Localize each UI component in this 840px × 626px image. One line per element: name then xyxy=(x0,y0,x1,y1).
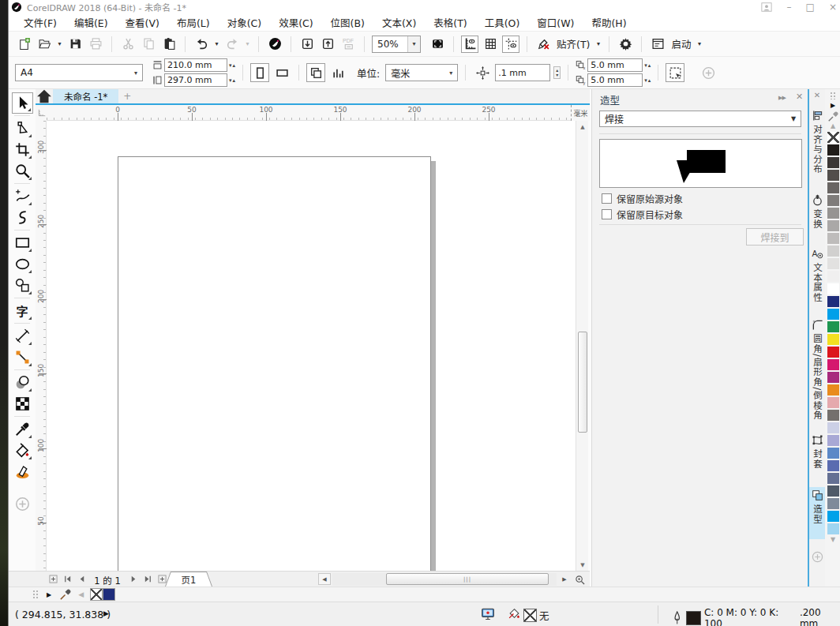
color-swatch[interactable] xyxy=(827,295,840,308)
zoom-tool[interactable] xyxy=(12,160,33,182)
new-document-button[interactable] xyxy=(15,36,32,53)
menu-item-文本X[interactable]: 文本(X) xyxy=(373,15,425,30)
close-button[interactable]: × xyxy=(829,0,837,14)
launch-icon[interactable] xyxy=(649,36,666,53)
menu-item-窗口W[interactable]: 窗口(W) xyxy=(528,15,583,30)
show-grid-toggle[interactable] xyxy=(482,36,499,53)
save-button[interactable] xyxy=(66,36,84,53)
treat-as-filled-toggle[interactable] xyxy=(666,63,684,82)
add-docker-icon[interactable] xyxy=(809,551,825,563)
menu-item-对象C[interactable]: 对象(C) xyxy=(219,15,270,30)
show-rulers-toggle[interactable] xyxy=(461,36,478,53)
color-swatch[interactable] xyxy=(827,219,840,232)
snap-menu-label[interactable]: 贴齐(T) xyxy=(557,36,590,51)
color-swatch[interactable] xyxy=(827,257,840,270)
document-tab-active[interactable]: 未命名 -1* xyxy=(53,89,118,103)
last-page-button[interactable] xyxy=(141,573,154,585)
snap-dropdown-caret[interactable]: ▾ xyxy=(594,40,602,47)
outline-pen-icon[interactable] xyxy=(672,611,683,625)
units-caret[interactable]: ▾ xyxy=(444,65,457,81)
duplicate-y-spinner[interactable]: ▾▴ xyxy=(644,77,651,84)
menu-item-查看V[interactable]: 查看(V) xyxy=(117,15,168,30)
dimension-tool[interactable] xyxy=(12,325,33,347)
page-width-spinner[interactable]: ▾▴ xyxy=(229,62,235,69)
connector-tool[interactable] xyxy=(12,347,33,368)
duplicate-y-input[interactable]: 5.0 mm xyxy=(587,73,643,87)
scroll-down-button[interactable]: ▼ xyxy=(576,559,589,571)
page-size-combo[interactable]: A4 ▾ xyxy=(15,64,143,81)
statusbar-flyout-icon[interactable]: ▶ xyxy=(103,609,109,617)
color-swatch[interactable] xyxy=(827,320,840,333)
home-icon[interactable] xyxy=(36,89,53,103)
first-page-button[interactable] xyxy=(61,573,73,585)
open-dropdown-caret[interactable]: ▾ xyxy=(56,40,63,47)
hscroll-right-button[interactable]: ▶ xyxy=(558,573,571,585)
weld-to-button[interactable]: 焊接到 xyxy=(746,228,804,246)
search-content-icon[interactable] xyxy=(266,36,283,53)
docker-tab-1[interactable]: 对齐与分布 xyxy=(809,107,825,188)
interactive-fill-tool[interactable] xyxy=(12,440,33,461)
page-tab[interactable]: 页1 xyxy=(165,572,212,587)
menu-item-位图B[interactable]: 位图(B) xyxy=(322,15,373,30)
palette-flyout-icon[interactable]: ▶ xyxy=(47,591,51,598)
document-color-settings-icon[interactable] xyxy=(481,607,495,621)
page-tab-label[interactable]: 页1 xyxy=(166,572,212,587)
menu-item-表格T[interactable]: 表格(T) xyxy=(425,15,475,30)
color-swatch[interactable] xyxy=(827,459,840,472)
color-swatch[interactable] xyxy=(827,384,840,396)
color-swatch[interactable] xyxy=(827,333,840,346)
docker-tab-5[interactable]: 封套 xyxy=(809,432,825,484)
color-swatch[interactable] xyxy=(827,182,840,194)
new-document-tab-button[interactable]: + xyxy=(118,89,136,103)
color-swatch[interactable] xyxy=(827,270,840,283)
color-swatch[interactable] xyxy=(827,283,840,295)
eyedropper-tool[interactable] xyxy=(12,418,33,440)
doc-color-swatch[interactable] xyxy=(103,588,115,601)
horizontal-ruler[interactable]: 050100150200250 xyxy=(47,105,571,121)
document-navigator-icon[interactable] xyxy=(572,573,587,586)
page-size-caret[interactable]: ▾ xyxy=(129,65,142,81)
all-pages-button[interactable] xyxy=(306,63,325,82)
scroll-up-button[interactable]: ▲ xyxy=(576,121,589,133)
color-swatch[interactable] xyxy=(827,207,840,219)
polygon-tool[interactable] xyxy=(12,275,33,296)
doc-color-swatch-none[interactable] xyxy=(90,588,103,601)
docker-tab-6[interactable]: 造型 xyxy=(809,487,825,539)
color-swatch[interactable] xyxy=(827,396,840,409)
color-swatch[interactable] xyxy=(827,156,840,169)
keep-target-checkbox[interactable] xyxy=(602,209,612,219)
color-swatch[interactable] xyxy=(827,308,840,320)
docker-tab-3[interactable]: A文本属性 xyxy=(809,246,825,313)
ruler-origin-icon[interactable] xyxy=(36,105,47,121)
palette-drag-handle[interactable] xyxy=(32,590,39,599)
nudge-spinner[interactable]: ▴▾ xyxy=(553,66,561,79)
crop-tool[interactable] xyxy=(12,139,33,160)
menu-item-文件F[interactable]: 文件(F) xyxy=(15,15,66,30)
hscroll-left-button[interactable]: ◀ xyxy=(318,573,331,585)
ellipse-tool[interactable] xyxy=(12,253,33,275)
page-width-input[interactable]: 210.0 mm xyxy=(164,58,227,72)
palette-drag-handle[interactable] xyxy=(830,92,836,99)
text-tool[interactable]: 字 xyxy=(12,300,33,321)
page-height-spinner[interactable]: ▾▴ xyxy=(229,77,235,84)
color-swatch[interactable] xyxy=(827,144,840,156)
add-page-before-button[interactable] xyxy=(47,573,59,585)
show-guidelines-toggle[interactable] xyxy=(502,36,519,53)
nudge-distance-input[interactable]: .1 mm xyxy=(495,64,550,81)
zoom-level-combo[interactable]: 50% ▾ xyxy=(372,36,421,53)
duplicate-x-spinner[interactable]: ▾▴ xyxy=(644,62,651,69)
livesketch-tool[interactable] xyxy=(12,207,33,228)
docker-tab-4[interactable]: 圆角/扇形角/倒棱角 xyxy=(809,317,825,429)
color-swatch[interactable] xyxy=(827,510,840,523)
zoom-dropdown-caret[interactable]: ▾ xyxy=(407,36,420,52)
color-swatch[interactable] xyxy=(827,346,840,358)
color-swatch[interactable] xyxy=(827,472,840,485)
palette-eyedropper-icon[interactable] xyxy=(59,589,71,601)
units-combo[interactable]: 毫米 ▾ xyxy=(385,64,458,81)
landscape-orientation-button[interactable] xyxy=(272,63,291,82)
drop-shadow-tool[interactable] xyxy=(12,372,33,393)
duplicate-x-input[interactable]: 5.0 mm xyxy=(587,58,643,72)
open-button[interactable] xyxy=(36,36,53,53)
portrait-orientation-button[interactable] xyxy=(250,63,269,82)
shape-tool[interactable] xyxy=(12,118,33,139)
